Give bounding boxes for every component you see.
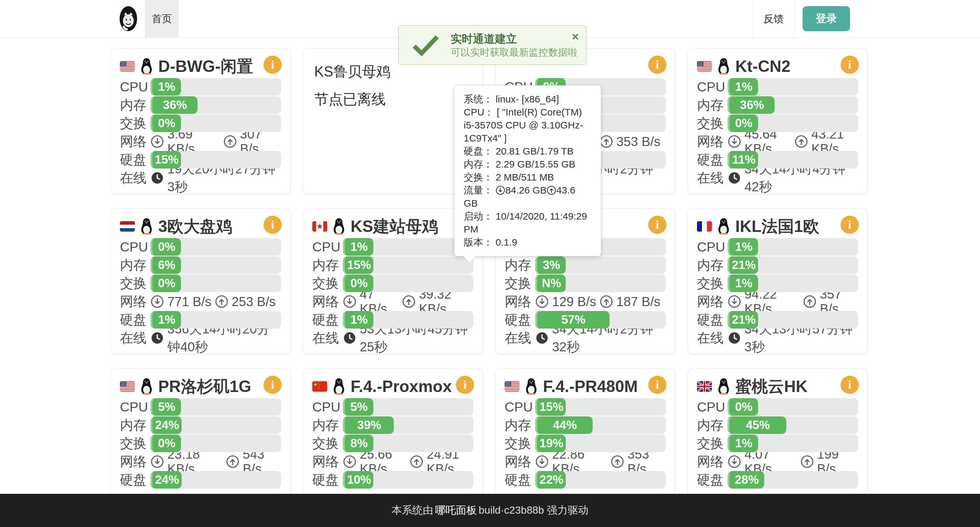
footer-suffix: build·c23b88b 强力驱动 <box>479 503 589 517</box>
online-row: 在线 34天14小时4分钟42秒 <box>697 169 858 187</box>
arrow-down-circle-icon <box>150 455 164 468</box>
info-icon[interactable]: i <box>264 216 282 234</box>
cpu-row: CPU 5% <box>120 398 281 416</box>
info-icon[interactable]: i <box>648 216 667 234</box>
swap-row: 交换 0% <box>120 114 281 133</box>
info-icon[interactable]: i <box>264 376 282 394</box>
net-row: 网络 23.18 KB/s 543 B/s <box>120 452 281 471</box>
info-icon[interactable]: i <box>841 376 859 394</box>
cpu-bar-fill: 1% <box>727 238 758 256</box>
disk-bar: 1% <box>343 311 473 329</box>
disk-bar: 10% <box>343 471 473 489</box>
clock-icon <box>727 331 741 345</box>
card-title-row: Kt-CN2 <box>697 55 858 78</box>
swap-bar: N% <box>535 275 666 292</box>
info-icon[interactable]: i <box>648 376 667 394</box>
cpu-row: CPU 1% <box>697 238 858 256</box>
arrow-down-circle-icon <box>727 135 741 149</box>
server-name: 3欧大盘鸡 <box>158 216 232 238</box>
arrow-down-circle-icon <box>343 455 356 468</box>
card-title-row: 蜜桃云HK <box>697 375 858 398</box>
disk-row: 硬盘 1% <box>120 311 281 329</box>
disk-row: 硬盘 24% <box>120 471 281 489</box>
mem-bar-fill: 3% <box>535 256 566 274</box>
online-label: 在线 <box>504 329 535 347</box>
linux-tux-icon <box>140 218 153 235</box>
mem-row: 内存 36% <box>120 96 281 114</box>
info-icon[interactable]: i <box>648 56 667 74</box>
online-label: 在线 <box>697 329 727 347</box>
mem-label: 内存 <box>504 256 535 274</box>
cpu-bar: 1% <box>727 238 858 256</box>
close-icon[interactable]: × <box>572 31 579 43</box>
server-info-tooltip: 系统： linux- [x86_64]CPU： [ "Intel(R) Core… <box>454 85 601 256</box>
disk-bar: 57% <box>535 311 666 329</box>
arrow-down-circle-icon <box>343 295 356 308</box>
swap-row: 交换 1% <box>697 434 858 452</box>
net-label: 网络 <box>504 293 535 311</box>
arrow-up-circle-icon <box>547 185 556 195</box>
toast-text: 实时通道建立 可以实时获取最新监控数据啦 <box>451 32 578 59</box>
swap-bar: 0% <box>150 115 281 132</box>
linux-tux-icon <box>332 218 345 235</box>
swap-bar-fill: 1% <box>727 275 758 292</box>
cpu-bar-fill: 0% <box>150 238 181 256</box>
net-row: 网络 129 B/s 187 B/s <box>504 292 666 311</box>
arrow-down-circle-icon <box>496 185 505 195</box>
mem-label: 内存 <box>120 96 150 114</box>
swap-row: 交换 0% <box>120 434 281 452</box>
online-row: 在线 34天13小时57分钟3秒 <box>697 329 858 347</box>
tooltip-line: 系统： linux- [x86_64] <box>464 93 592 106</box>
cpu-bar: 1% <box>150 78 281 96</box>
mem-bar-fill: 24% <box>150 417 181 434</box>
net-row: 网络 94.22 KB/s 357 B/s <box>697 292 858 311</box>
offline-status: 节点已离线 <box>314 90 473 109</box>
info-icon[interactable]: i <box>264 56 282 74</box>
footer: 本系统由 哪吒面板 build·c23b88b 强力驱动 <box>0 494 980 527</box>
cpu-label: CPU <box>120 240 150 255</box>
disk-bar-fill: 21% <box>727 311 758 329</box>
swap-label: 交换 <box>697 115 727 133</box>
disk-bar: 28% <box>727 471 858 489</box>
arrow-down-circle-icon <box>535 295 549 308</box>
tab-home[interactable]: 首页 <box>145 0 178 37</box>
mem-row: 内存 21% <box>697 256 858 274</box>
site-logo[interactable] <box>119 6 137 32</box>
swap-row: 交换 1% <box>697 274 858 292</box>
server-card: D-BWG-闲置 i CPU 1% 内存 36% 交换 0% 网络 3.69 K… <box>110 48 291 194</box>
mem-bar-fill: 44% <box>535 417 593 434</box>
card-title-row: KS建站母鸡 <box>312 215 473 238</box>
server-card: F.4.-PR480M i CPU 15% 内存 44% 交换 19% 网络 2… <box>495 368 675 514</box>
swap-label: 交换 <box>697 275 727 292</box>
net-values: 129 B/s 187 B/s <box>535 294 660 309</box>
flag-cn-icon <box>312 381 327 392</box>
mem-bar-fill: 45% <box>727 417 786 434</box>
cpu-row: CPU 5% <box>312 398 473 416</box>
cpu-bar-fill: 1% <box>343 238 373 256</box>
mem-bar-fill: 36% <box>150 96 197 114</box>
disk-label: 硬盘 <box>312 471 343 489</box>
info-icon[interactable]: i <box>841 216 859 234</box>
swap-bar-fill: 8% <box>343 434 373 452</box>
flag-fr-icon <box>697 221 712 232</box>
arrow-up-circle-icon <box>600 295 613 308</box>
disk-bar-fill: 22% <box>535 471 566 489</box>
login-button[interactable]: 登录 <box>803 6 850 31</box>
logo-avatar-icon <box>119 6 137 32</box>
disk-label: 硬盘 <box>697 151 727 169</box>
disk-bar-fill: 24% <box>150 471 181 489</box>
swap-bar-fill: 0% <box>150 434 181 452</box>
swap-bar-fill: N% <box>535 275 566 292</box>
cpu-row: CPU 15% <box>504 398 666 416</box>
swap-bar: 1% <box>727 434 858 452</box>
mem-label: 内存 <box>312 417 343 434</box>
mem-bar: 24% <box>150 417 281 434</box>
info-icon[interactable]: i <box>456 376 474 394</box>
info-icon[interactable]: i <box>841 56 859 74</box>
flag-gb-icon <box>697 381 712 392</box>
mem-row: 内存 3% <box>504 256 666 274</box>
nezha-panel-link[interactable]: 哪吒面板 <box>435 503 477 517</box>
feedback-link[interactable]: 反馈 <box>753 0 794 37</box>
mem-bar: 39% <box>343 417 473 434</box>
disk-bar: 21% <box>727 311 858 329</box>
